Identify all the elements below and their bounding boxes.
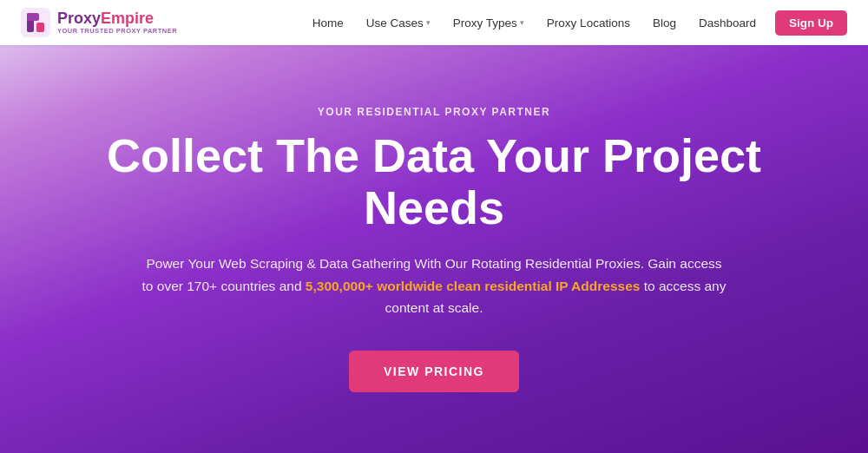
chevron-down-icon: ▾ xyxy=(520,18,524,27)
hero-highlight: 5,300,000+ worldwide clean residential I… xyxy=(306,279,641,293)
nav-item-home[interactable]: Home xyxy=(304,11,352,35)
logo-icon xyxy=(21,8,50,37)
logo-empire: Empire xyxy=(101,10,154,27)
hero-eyebrow: YOUR RESIDENTIAL PROXY PARTNER xyxy=(318,106,550,118)
chevron-down-icon: ▾ xyxy=(426,18,431,27)
logo[interactable]: ProxyEmpire YOUR TRUSTED PROXY PARTNER xyxy=(21,8,177,37)
logo-proxy: Proxy xyxy=(57,10,101,27)
logo-tagline: YOUR TRUSTED PROXY PARTNER xyxy=(57,28,177,35)
nav-item-blog[interactable]: Blog xyxy=(644,11,685,35)
hero-section: YOUR RESIDENTIAL PROXY PARTNER Collect T… xyxy=(0,0,868,453)
logo-text: ProxyEmpire YOUR TRUSTED PROXY PARTNER xyxy=(57,10,177,35)
nav-item-dashboard[interactable]: Dashboard xyxy=(690,11,765,35)
svg-rect-0 xyxy=(21,8,50,37)
nav-item-proxy-types[interactable]: Proxy Types ▾ xyxy=(444,11,533,35)
logo-name: ProxyEmpire xyxy=(57,10,177,26)
signup-button[interactable]: Sign Up xyxy=(775,10,847,36)
view-pricing-button[interactable]: VIEW PRICING xyxy=(349,351,519,392)
hero-title: Collect The Data Your Project Needs xyxy=(95,130,773,233)
svg-rect-2 xyxy=(27,13,39,21)
svg-rect-3 xyxy=(36,23,44,32)
nav-item-use-cases[interactable]: Use Cases ▾ xyxy=(358,11,439,35)
nav-item-proxy-locations[interactable]: Proxy Locations xyxy=(538,11,639,35)
hero-description: Power Your Web Scraping & Data Gathering… xyxy=(139,253,729,319)
main-nav: Home Use Cases ▾ Proxy Types ▾ Proxy Loc… xyxy=(304,10,847,36)
site-header: ProxyEmpire YOUR TRUSTED PROXY PARTNER H… xyxy=(0,0,868,45)
